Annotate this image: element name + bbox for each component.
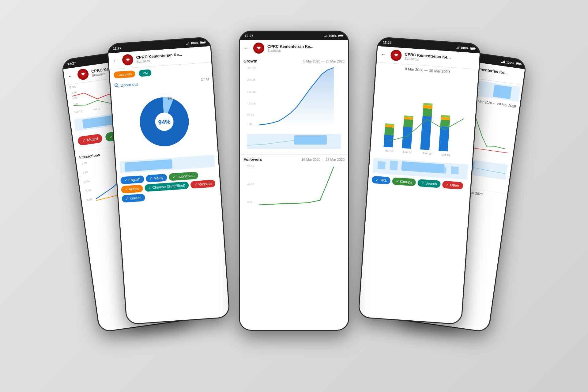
- pm-chip[interactable]: PM: [139, 69, 152, 77]
- bar4: [504, 61, 505, 63]
- svg-rect-55: [390, 160, 398, 170]
- korean-chip[interactable]: ✓ Korean: [122, 194, 145, 202]
- svg-text:0.7M: 0.7M: [85, 189, 91, 192]
- bar1: [456, 48, 457, 49]
- phone-3-notch: 12:27 100%: [240, 32, 348, 40]
- growth-scroll-thumb: [294, 135, 327, 145]
- phone-2-status: 100%: [186, 40, 205, 45]
- followers-title: Followers: [243, 157, 262, 162]
- bar4: [189, 42, 190, 45]
- english-chip[interactable]: ✓ English: [120, 175, 144, 184]
- bar4: [327, 35, 327, 37]
- svg-text:307.2K: 307.2K: [247, 66, 256, 70]
- url-chip[interactable]: ✓ URL: [371, 176, 391, 184]
- svg-text:1.3M: 1.3M: [81, 162, 87, 165]
- phone-2-signal: 100%: [190, 41, 198, 45]
- other-chip[interactable]: ✓ Other: [442, 181, 463, 190]
- phone-2-chips: ✓ English ✓ Malay ✓ Indonesian ✓ Arabic …: [117, 168, 221, 205]
- zoom-out-label[interactable]: Zoom out: [121, 82, 138, 88]
- growth-section: Growth 5 Mar 2020 — 28 Mar 2020 307.2K 2…: [240, 56, 348, 152]
- pie-svg: 94%: [132, 89, 197, 154]
- battery-2: [200, 41, 205, 44]
- phone-4-screen: 8 Mar 2020 — 19 Mar 2020 Mar 12 Mar 14 M…: [359, 62, 479, 325]
- phone-5-status: 100%: [501, 60, 521, 66]
- phone-2-screen: Channels PM Zoom out 27 M: [109, 62, 229, 325]
- back-arrow-4[interactable]: ←: [381, 51, 386, 58]
- divider-3: [240, 153, 348, 153]
- bar1: [186, 44, 187, 45]
- svg-text:Mar 18: Mar 18: [92, 107, 100, 111]
- svg-text:Mar 16: Mar 16: [423, 152, 432, 156]
- growth-title: Growth: [243, 59, 258, 63]
- bar-svg: Mar 12 Mar 14 Mar 16 Mar 18: [374, 73, 474, 159]
- app-logo-1: ❤: [77, 68, 89, 81]
- followers-date: 16 Mar 2020 — 28 Mar 2020: [301, 158, 345, 161]
- svg-text:Mar 18: Mar 18: [441, 153, 450, 157]
- bar2: [187, 43, 187, 45]
- zoom-value: 27 M: [201, 77, 209, 82]
- indonesian-chip[interactable]: ✓ Indonesian: [168, 172, 198, 181]
- back-arrow-2[interactable]: ←: [112, 57, 118, 64]
- svg-rect-47: [423, 108, 432, 116]
- phone-4-signal: 100%: [461, 46, 469, 50]
- phone-5-signal: 100%: [506, 60, 514, 65]
- svg-text:0.5M: 0.5M: [87, 198, 92, 201]
- app-header-text-2: CPRC Kementerian Ke... Statistics: [136, 50, 207, 63]
- svg-rect-39: [384, 127, 394, 135]
- phone-4-status: 100%: [456, 46, 475, 50]
- svg-text:1.1M: 1.1M: [83, 171, 89, 174]
- malay-chip[interactable]: ✓ Malay: [145, 174, 167, 183]
- svg-text:94%: 94%: [158, 118, 171, 126]
- phone-3-screen: Growth 5 Mar 2020 — 28 Mar 2020 307.2K 2…: [240, 56, 348, 331]
- muted-chip[interactable]: ✓ Muted: [77, 134, 103, 146]
- svg-text:0.9M: 0.9M: [84, 180, 90, 183]
- growth-chart-area: 307.2K 246.2K 185.1K 124.0K 63.0K 1.9K M…: [243, 65, 345, 133]
- russian-chip[interactable]: ✓ Russian: [190, 179, 216, 189]
- nav-home-5[interactable]: ○: [416, 329, 424, 333]
- followers-chart-area: 51.2K 41.0K 0.8K: [243, 164, 345, 209]
- bar1: [324, 36, 325, 37]
- nav-home-1[interactable]: ○: [164, 329, 172, 333]
- signal-bars-2: [186, 42, 190, 45]
- bar3: [326, 35, 326, 37]
- svg-text:Mar 12: Mar 12: [385, 149, 394, 153]
- phone-3-signal: 100%: [329, 34, 337, 38]
- back-arrow-3[interactable]: ←: [243, 45, 249, 51]
- svg-text:6.3K: 6.3K: [72, 91, 77, 94]
- phone-3-time: 12:27: [245, 34, 253, 38]
- chinese-chip[interactable]: ✓ Chinese (Simplified): [144, 181, 189, 192]
- y-label-1: 6.3K: [69, 85, 76, 89]
- battery-3: [338, 35, 343, 37]
- svg-text:185.1K: 185.1K: [247, 90, 256, 93]
- app-title-3: CPRC Kementerian Ke...: [267, 44, 345, 49]
- bar2: [325, 36, 326, 37]
- phone-4-time: 12:27: [383, 40, 392, 45]
- growth-svg: 307.2K 246.2K 185.1K 124.0K 63.0K 1.9K M…: [243, 65, 345, 126]
- svg-rect-42: [402, 127, 413, 149]
- app-logo-4: ❤: [390, 49, 402, 61]
- phone-4: 12:27 100% ← ❤ CPRC Kementerian Ke... St…: [358, 36, 481, 325]
- svg-line-13: [118, 86, 119, 88]
- growth-minimap[interactable]: [247, 134, 341, 149]
- growth-header: Growth 5 Mar 2020 — 28 Mar 2020: [243, 59, 345, 63]
- groups-chip[interactable]: ✓ Groups: [392, 177, 416, 186]
- pie-chart-container: 94% 5%: [111, 83, 218, 160]
- back-arrow-1[interactable]: ←: [67, 73, 74, 80]
- nav-back-2[interactable]: ‹: [209, 325, 217, 325]
- growth-date: 5 Mar 2020 — 28 Mar 2020: [303, 59, 345, 63]
- svg-text:0.8K: 0.8K: [247, 201, 253, 204]
- phones-container: 12:27 100% ← ❤ CPRC Kementerian Ke... St…: [80, 28, 508, 364]
- app-header-text-3: CPRC Kementerian Ke... Statistics: [267, 44, 345, 52]
- svg-text:63.0K: 63.0K: [247, 114, 254, 117]
- svg-marker-30: [259, 68, 334, 126]
- app-logo-2: ❤: [122, 54, 134, 66]
- small-percent: 5%: [168, 96, 172, 100]
- channels-chip[interactable]: Channels: [114, 70, 136, 79]
- phone-2-time: 12:27: [113, 46, 122, 51]
- search-chip[interactable]: ✓ Search: [417, 179, 441, 188]
- phone-3-status: 100%: [324, 34, 343, 38]
- battery-4: [470, 47, 475, 50]
- signal-bars-3: [324, 34, 327, 37]
- arabic-chip[interactable]: ✓ Arabic: [121, 185, 143, 194]
- svg-rect-43: [403, 119, 413, 127]
